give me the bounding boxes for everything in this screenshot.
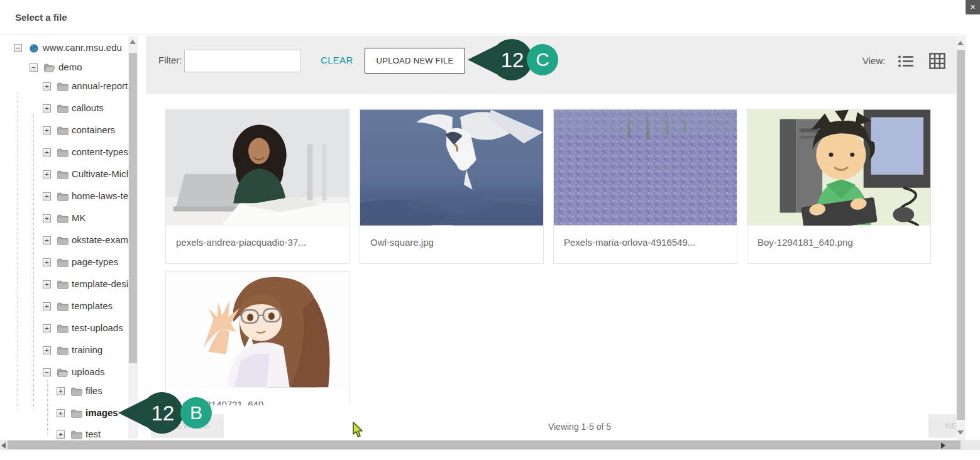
tree-guide-line [18, 92, 18, 410]
tree-item-content-types[interactable]: + content-types [0, 146, 128, 160]
folder-icon [57, 126, 69, 135]
expand-icon[interactable]: + [43, 258, 51, 266]
file-grid: pexels-andrea-piacquadio-37... Owl-squar… [146, 94, 956, 405]
tree-item-label[interactable]: test [85, 429, 101, 439]
expand-icon[interactable]: + [43, 148, 51, 156]
tree-scrollbar[interactable] [128, 36, 138, 439]
tree-item-label[interactable]: templates [72, 300, 113, 311]
tree-item-label[interactable]: page-types [72, 256, 118, 267]
tree-item-label[interactable]: home-laws-tes [72, 190, 128, 201]
mouse-cursor [352, 422, 363, 438]
tree-item-okstate-examp[interactable]: + okstate-examp [0, 234, 128, 248]
expand-icon[interactable]: + [43, 302, 51, 310]
expand-icon[interactable]: + [43, 126, 51, 134]
tree-item-label[interactable]: content-types [72, 146, 128, 157]
grid-view-icon[interactable] [929, 53, 945, 69]
folder-icon [57, 104, 69, 113]
collapse-icon[interactable]: − [14, 44, 22, 52]
scroll-down-icon[interactable] [957, 430, 964, 435]
file-card[interactable]: Pexels-maria-orlova-4916549... [553, 109, 737, 264]
tree-item-training[interactable]: + training [0, 344, 128, 358]
scroll-up-icon[interactable] [957, 41, 964, 45]
select-file-dialog: Select a file × − www.canr.msu.edu − dem… [0, 0, 980, 450]
tree-item-callouts[interactable]: + callouts [0, 102, 128, 116]
expand-icon[interactable]: + [57, 430, 65, 439]
folder-icon [57, 170, 69, 179]
folder-tree-panel: − www.canr.msu.edu − demo + annual-repor… [0, 36, 128, 440]
tree-item-test[interactable]: + test [0, 428, 128, 440]
tree-item-label[interactable]: template-desig [72, 278, 128, 289]
lavender-field-thumbnail [554, 109, 737, 226]
tree-item-label[interactable]: annual-report-e [72, 80, 128, 91]
globe-icon [28, 44, 40, 53]
tree-item-label[interactable]: containers [72, 124, 115, 135]
tree-item-www-canr-msu-edu[interactable]: − www.canr.msu.edu [0, 41, 128, 55]
file-card[interactable]: Boy-1294181_640.png [747, 109, 931, 264]
tree-item-templates[interactable]: + templates [0, 300, 128, 314]
tree-item-template-desig[interactable]: + template-desig [0, 278, 128, 292]
expand-icon[interactable]: + [57, 409, 65, 417]
close-button[interactable]: × [966, 0, 980, 14]
expand-icon[interactable]: + [43, 104, 51, 112]
expand-icon[interactable]: + [43, 280, 51, 288]
main-scrollbar-thumb[interactable] [957, 50, 965, 420]
dialog-header: Select a file [0, 0, 980, 35]
tree-item-label[interactable]: www.canr.msu.edu [43, 42, 122, 53]
tree-scrollbar-thumb[interactable] [129, 53, 137, 363]
file-name: pexels-andrea-piacquadio-37... [166, 226, 349, 248]
tree-item-label[interactable]: test-uploads [72, 322, 123, 333]
tree-item-home-laws-tes[interactable]: + home-laws-tes [0, 190, 128, 204]
tree-item-label[interactable]: Cultivate-Mich [72, 168, 128, 179]
scroll-right-icon[interactable] [941, 442, 945, 449]
view-label: View: [862, 55, 885, 66]
list-view-icon[interactable] [898, 55, 913, 67]
annotation-step-12c-letter-badge: C [527, 44, 558, 75]
expand-icon[interactable]: + [43, 170, 51, 178]
tree-item-label[interactable]: uploads [72, 366, 105, 377]
expand-icon[interactable]: + [57, 387, 65, 395]
tree-item-uploads[interactable]: − uploads [0, 366, 128, 380]
tree-item-test-uploads[interactable]: + test-uploads [0, 322, 128, 336]
tree-item-page-types[interactable]: + page-types [0, 256, 128, 270]
tree-item-mk[interactable]: + MK [0, 212, 128, 226]
tree-item-cultivate-mich[interactable]: + Cultivate-Mich [0, 168, 128, 182]
scroll-up-icon[interactable] [129, 40, 136, 44]
expand-icon[interactable]: + [43, 214, 51, 222]
expand-icon[interactable]: + [43, 82, 51, 90]
annotation-number: 12 [501, 48, 524, 72]
tree-item-label[interactable]: MK [72, 212, 86, 223]
folder-icon [71, 430, 82, 439]
folder-icon [57, 214, 69, 223]
expand-icon[interactable]: + [43, 192, 51, 200]
annotation-number: 12 [151, 402, 175, 425]
tree-item-label[interactable]: files [85, 385, 102, 396]
file-card[interactable]: pexels-andrea-piacquadio-37... [165, 109, 350, 264]
tree-item-annual-report-e[interactable]: + annual-report-e [0, 80, 128, 94]
tree-item-label[interactable]: okstate-examp [72, 234, 128, 245]
folder-icon [57, 280, 69, 289]
expand-icon[interactable]: + [43, 236, 51, 244]
collapse-icon[interactable]: − [30, 63, 38, 72]
folder-icon [57, 192, 69, 201]
tree-item-label[interactable]: callouts [72, 102, 104, 113]
anime-girl-thumbnail [166, 271, 349, 388]
expand-icon[interactable]: + [43, 346, 51, 354]
horizontal-scrollbar-thumb[interactable] [8, 441, 961, 449]
expand-icon[interactable]: + [43, 324, 51, 332]
main-scrollbar[interactable] [956, 36, 966, 440]
collapse-icon[interactable]: − [43, 368, 51, 376]
tree-item-label[interactable]: demo [58, 62, 82, 72]
tree-item-label[interactable]: images [85, 407, 118, 418]
tree-item-demo[interactable]: − demo [0, 61, 128, 75]
clear-filter-link[interactable]: CLEAR [321, 55, 353, 65]
tree-item-files[interactable]: + files [0, 385, 128, 398]
tree-item-images[interactable]: + images [0, 407, 128, 420]
file-card[interactable]: Owl-square.jpg [360, 109, 544, 264]
scroll-left-icon[interactable] [1, 442, 6, 449]
filter-input[interactable] [184, 50, 301, 72]
tree-item-containers[interactable]: + containers [0, 124, 128, 138]
file-card[interactable]: Anime-3140721_640... [165, 271, 350, 405]
tree-item-label[interactable]: training [72, 344, 102, 355]
upload-new-file-button[interactable]: UPLOAD NEW FILE [365, 48, 465, 74]
horizontal-scrollbar[interactable] [0, 440, 980, 450]
